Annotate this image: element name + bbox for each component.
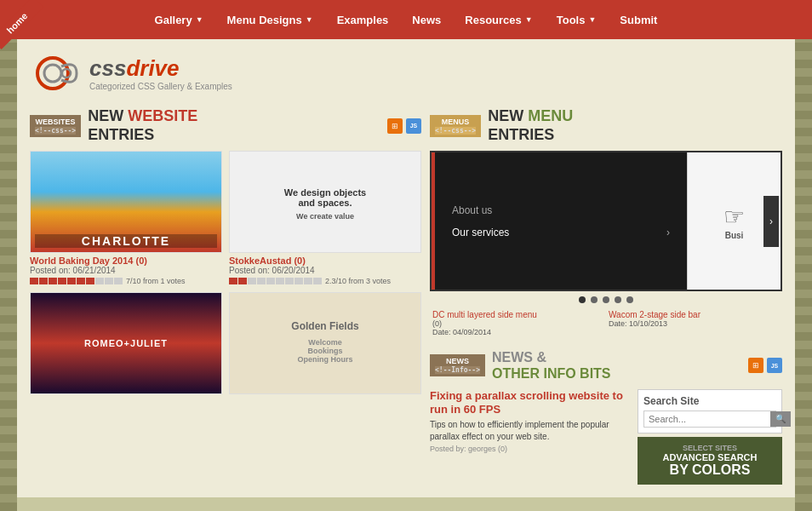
resources-caret: ▼ xyxy=(525,15,533,24)
stokke-rating: 2.3/10 from 3 votes xyxy=(229,277,421,285)
nav-gallery[interactable]: Gallery ▼ xyxy=(143,3,215,37)
websites-rss-icon[interactable]: ⊞ xyxy=(387,118,403,134)
logo-tagline: Categorized CSS Gallery & Examples xyxy=(89,82,232,91)
stokke-title: StokkeAustad (0) xyxy=(229,256,421,266)
news-js-icon[interactable]: JS xyxy=(767,358,782,373)
search-input[interactable] xyxy=(644,411,770,427)
dot-1[interactable] xyxy=(579,296,586,303)
gallery-caret: ▼ xyxy=(196,15,203,24)
news-desc-1: Tips on how to efficiently implement the… xyxy=(430,419,629,443)
nav-examples[interactable]: Examples xyxy=(325,3,401,37)
charlotte-rating: 7/10 from 1 votes xyxy=(30,277,222,285)
carousel-right-label: Busi xyxy=(725,231,744,240)
dot-2[interactable] xyxy=(591,296,598,303)
logo-text: css drive Categorized CSS Gallery & Exam… xyxy=(89,55,232,91)
main-columns: WEBSITES <!--css--> NEW WEBSITEENTRIES ⊞… xyxy=(26,103,786,489)
stokke-date: Posted on: 06/20/2014 xyxy=(229,266,421,275)
news-content: Fixing a parallax scrolling website to r… xyxy=(430,389,782,485)
news-title: NEWS & OTHER INFO BITS xyxy=(492,349,611,382)
menu-carousel: About us Our services › ☞ Busi › xyxy=(430,151,782,291)
entry1-title[interactable]: DC multi layered side menu xyxy=(432,310,603,319)
charlotte-title: World Baking Day 2014 (0) xyxy=(30,256,222,266)
menus-column: MENUS <!--css--> NEW MENUENTRIES About u… xyxy=(430,107,782,485)
advanced-sub: BY COLORS xyxy=(644,462,775,478)
carousel-dots xyxy=(430,296,782,303)
advanced-search-btn[interactable]: SELECT SITES ADVANCED SEARCH BY COLORS xyxy=(638,437,782,485)
search-title: Search Site xyxy=(643,395,776,407)
news-badge: NEWS <!--Info--> xyxy=(430,354,485,376)
menus-badge: MENUS <!--css--> xyxy=(430,115,481,137)
news-header: NEWS <!--Info--> NEWS & OTHER INFO BITS … xyxy=(430,349,782,382)
news-meta-1: Posted by: georges (0) xyxy=(430,445,629,453)
tools-caret: ▼ xyxy=(588,15,596,24)
websites-badge: WEBSITES <!--css--> xyxy=(30,115,81,137)
search-box: Search Site 🔍 xyxy=(638,389,782,433)
news-item-1: Fixing a parallax scrolling website to r… xyxy=(430,389,629,454)
websites-column: WEBSITES <!--css--> NEW WEBSITEENTRIES ⊞… xyxy=(30,107,421,485)
hand-cursor-icon: ☞ xyxy=(723,203,745,231)
news-articles: Fixing a parallax scrolling website to r… xyxy=(430,389,629,485)
thumb-stokke[interactable]: We design objectsand spaces. We create v… xyxy=(229,151,421,285)
carousel-main: About us Our services › xyxy=(435,152,687,290)
svg-point-0 xyxy=(37,58,68,89)
carousel-item-about[interactable]: About us xyxy=(443,199,678,221)
menus-header: MENUS <!--css--> NEW MENUENTRIES xyxy=(430,107,782,144)
select-sites-label: SELECT SITES xyxy=(644,444,775,452)
top-nav: Gallery ▼ Menu Designs ▼ Examples News R… xyxy=(0,0,812,39)
charlotte-date: Posted on: 06/21/2014 xyxy=(30,266,222,275)
carousel-entries: DC multi layered side menu (0) Date: 04/… xyxy=(430,307,782,339)
carousel-entry-2: Wacom 2-stage side bar Date: 10/10/2013 xyxy=(606,307,782,339)
home-badge[interactable]: home xyxy=(0,0,60,60)
news-rss-icon[interactable]: ⊞ xyxy=(748,358,763,373)
nav-news[interactable]: News xyxy=(400,3,453,37)
carousel-item-services[interactable]: Our services › xyxy=(443,221,678,244)
websites-header: WEBSITES <!--css--> NEW WEBSITEENTRIES ⊞… xyxy=(30,107,421,144)
websites-title: NEW WEBSITEENTRIES xyxy=(88,107,197,144)
menu-designs-caret: ▼ xyxy=(306,15,313,24)
nav-resources[interactable]: Resources ▼ xyxy=(453,3,544,37)
dot-3[interactable] xyxy=(603,296,609,303)
news-title-1[interactable]: Fixing a parallax scrolling website to r… xyxy=(430,389,629,418)
search-button[interactable]: 🔍 xyxy=(770,411,791,427)
thumb-romeo[interactable]: ROMEO+JULIET xyxy=(30,292,222,394)
menus-title: NEW MENUENTRIES xyxy=(488,107,573,144)
dot-5[interactable] xyxy=(626,296,633,303)
entry2-date: Date: 10/10/2013 xyxy=(609,319,780,328)
nav-tools[interactable]: Tools ▼ xyxy=(545,3,609,37)
thumb-golden[interactable]: Golden Fields WelcomeBookingsOpening Hou… xyxy=(229,292,421,394)
entry2-title[interactable]: Wacom 2-stage side bar xyxy=(609,310,780,319)
home-label: home xyxy=(0,0,43,49)
website-thumbnails: CHARLOTTE World Baking Day 2014 (0) Post… xyxy=(30,151,421,394)
svg-point-1 xyxy=(44,65,61,82)
nav-submit[interactable]: Submit xyxy=(608,3,669,37)
logo-brand: drive xyxy=(126,55,179,82)
advanced-label: ADVANCED SEARCH xyxy=(644,452,775,462)
logo-area: css drive Categorized CSS Gallery & Exam… xyxy=(26,39,786,103)
nav-menu-designs[interactable]: Menu Designs ▼ xyxy=(215,3,325,37)
carousel-next-btn[interactable]: › xyxy=(763,196,779,247)
entry1-date: Date: 04/09/2014 xyxy=(432,328,603,336)
websites-js-icon[interactable]: JS xyxy=(406,118,421,134)
entry1-score: (0) xyxy=(432,319,603,328)
thumb-charlotte[interactable]: CHARLOTTE World Baking Day 2014 (0) Post… xyxy=(30,151,222,285)
search-input-row: 🔍 xyxy=(643,411,776,428)
search-sidebar: Search Site 🔍 SELECT SITES ADVANCED SEAR… xyxy=(638,389,782,485)
dot-4[interactable] xyxy=(615,296,621,303)
carousel-entry-1: DC multi layered side menu (0) Date: 04/… xyxy=(430,307,606,339)
